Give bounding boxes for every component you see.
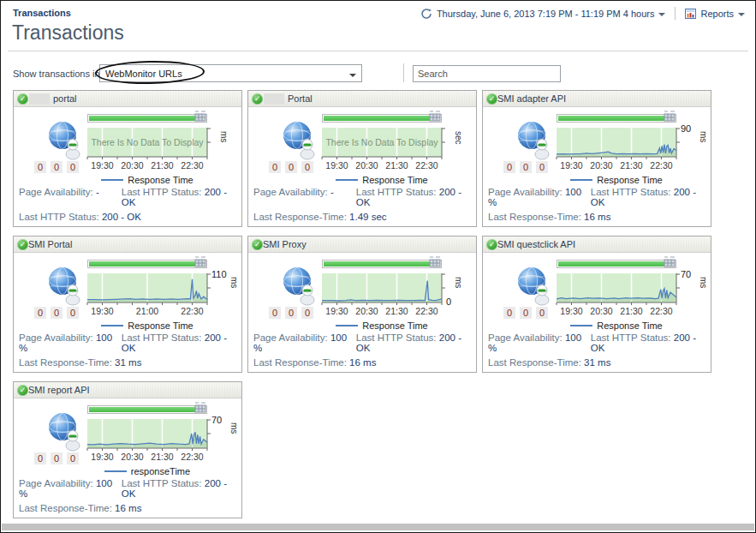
- card-header[interactable]: ✓ SMI Portal: [14, 237, 241, 253]
- card-stats: Page Availability: 100 % Last HTTP Statu…: [19, 478, 240, 518]
- stat-row2-value: 16 ms: [349, 357, 376, 368]
- alarm-count: 0: [269, 307, 281, 319]
- legend-label: Response Time: [128, 175, 193, 185]
- alarm-count: 0: [269, 161, 281, 173]
- alarm-count: 0: [67, 161, 79, 173]
- availability-bar: [322, 114, 442, 123]
- legend-label: Response Time: [597, 175, 662, 185]
- last-http-status-label: Last HTTP Status:: [122, 332, 202, 343]
- transaction-card[interactable]: ✓ SMI questclick API 0 0 0: [482, 236, 711, 373]
- page-availability-label: Page Availability:: [19, 332, 93, 343]
- response-time-sparkline: [87, 273, 207, 306]
- thumbnail-grid-icon: [429, 256, 441, 267]
- stat-row2-value: 200 - OK: [102, 212, 141, 222]
- transactions-dashboard: Transactions Transactions Thursday, June…: [0, 0, 756, 533]
- transaction-card[interactable]: ✓ portal 0 0 0: [13, 90, 242, 227]
- card-header[interactable]: ✓ SMI Proxy: [248, 237, 476, 253]
- transactions-scope-dropdown[interactable]: WebMonitor URLs: [99, 64, 362, 82]
- thumbnail-grid-icon: [194, 256, 206, 267]
- alarm-count: 0: [51, 161, 63, 173]
- y-axis-max-label: 90: [681, 123, 691, 134]
- card-header[interactable]: ✓ Portal: [248, 91, 476, 107]
- horizontal-scrollbar[interactable]: [2, 524, 754, 530]
- card-header[interactable]: ✓ SMI adapter API: [483, 91, 711, 107]
- chevron-down-icon[interactable]: [738, 13, 745, 16]
- alarm-count: 0: [51, 307, 63, 319]
- x-axis-tick-labels: 19:3020:3021:3022:30: [322, 160, 442, 171]
- availability-bar: [322, 260, 442, 268]
- card-title: Portal: [288, 93, 313, 104]
- legend: Response Time: [548, 320, 685, 331]
- time-range-label[interactable]: Thursday, June 6, 2013 7:19 PM - 11:19 P…: [437, 9, 655, 19]
- x-tick-label: 19:30: [320, 160, 354, 171]
- response-time-chart: [87, 419, 207, 448]
- x-tick-label: 20:30: [116, 452, 150, 462]
- x-tick-label: 19:30: [86, 452, 120, 462]
- availability-bar-fill: [89, 261, 204, 266]
- page-availability-label: Page Availability:: [19, 478, 93, 488]
- availability-bar-fill: [558, 261, 673, 266]
- x-tick-label: 19:30: [555, 160, 589, 171]
- page-availability-label: Page Availability:: [253, 187, 328, 197]
- x-tick-label: 22:30: [176, 452, 210, 462]
- search-input[interactable]: [413, 65, 561, 82]
- alarm-count: 0: [51, 452, 63, 464]
- card-header[interactable]: ✓ portal: [14, 91, 241, 107]
- stat-row2-value: 1.49 sec: [349, 212, 386, 222]
- x-tick-label: 22:30: [176, 306, 210, 316]
- legend-line-swatch: [570, 179, 592, 181]
- x-tick-label: 22:30: [176, 160, 210, 171]
- alarm-counters: 0 0 0: [503, 161, 548, 173]
- availability-bar: [87, 114, 207, 123]
- alarm-count: 0: [503, 161, 515, 173]
- legend-line-swatch: [101, 179, 123, 181]
- divider: [403, 63, 404, 82]
- legend-label: Response Time: [128, 320, 193, 331]
- legend-label: Response Time: [362, 320, 427, 331]
- page-availability-label: Page Availability:: [488, 187, 563, 197]
- card-stats: Page Availability: 100 % Last HTTP Statu…: [488, 187, 709, 226]
- transaction-card[interactable]: ✓ SMI Proxy 0 0 0: [247, 236, 477, 373]
- reports-menu[interactable]: Reports: [700, 9, 734, 19]
- thumbnail-grid-icon: [194, 402, 206, 413]
- card-header[interactable]: ✓ SMI questclick API: [483, 237, 711, 253]
- x-tick-label: 21:30: [380, 160, 414, 171]
- transaction-card[interactable]: ✓ SMI adapter API 0 0 0: [482, 90, 711, 227]
- chevron-down-icon: [349, 74, 356, 77]
- card-header[interactable]: ✓ SMI report API: [14, 382, 241, 398]
- transaction-card[interactable]: ✓ SMI report API 0 0 0: [13, 381, 242, 518]
- response-time-chart: [322, 273, 442, 302]
- stat-row2-label: Last Response-Time:: [488, 357, 581, 368]
- alarm-count: 0: [301, 161, 313, 173]
- transaction-card[interactable]: ✓ Portal 0 0 0: [247, 90, 477, 227]
- breadcrumb[interactable]: Transactions: [13, 8, 71, 18]
- legend-line-swatch: [336, 179, 358, 181]
- no-data-message: There Is No Data To Display: [322, 128, 442, 157]
- alarm-count: 0: [503, 307, 515, 319]
- legend: Response Time: [313, 320, 450, 331]
- x-tick-label: 22:30: [645, 160, 679, 171]
- legend-label: responseTime: [131, 466, 190, 476]
- x-axis-tick-labels: 19:3020:3021:3022:30: [87, 452, 207, 462]
- stat-row2-label: Last Response-Time:: [253, 357, 347, 368]
- y-axis-max-label: 70: [211, 415, 222, 425]
- legend: Response Time: [548, 175, 685, 185]
- alarm-counters: 0 0 0: [34, 452, 79, 464]
- alarm-counters: 0 0 0: [34, 307, 79, 319]
- thumbnail-grid-icon: [664, 111, 676, 122]
- legend-label: Response Time: [362, 175, 427, 185]
- alarm-count: 0: [520, 161, 532, 173]
- stat-row2-value: 16 ms: [115, 503, 141, 513]
- chevron-down-icon[interactable]: [658, 13, 665, 16]
- time-range-icon: [420, 8, 432, 20]
- web-monitor-globe-icon: [515, 119, 553, 160]
- web-monitor-globe-icon: [515, 265, 553, 306]
- stat-row2-label: Last HTTP Status:: [19, 212, 99, 222]
- alarm-count: 0: [34, 307, 46, 319]
- y-axis-max-label: 70: [681, 269, 691, 279]
- transaction-card[interactable]: ✓ SMI Portal 0 0 0: [13, 236, 242, 373]
- availability-bar-fill: [324, 116, 438, 121]
- x-tick-label: 21:30: [615, 306, 649, 316]
- availability-bar: [557, 260, 676, 268]
- status-ok-icon: ✓: [486, 239, 497, 250]
